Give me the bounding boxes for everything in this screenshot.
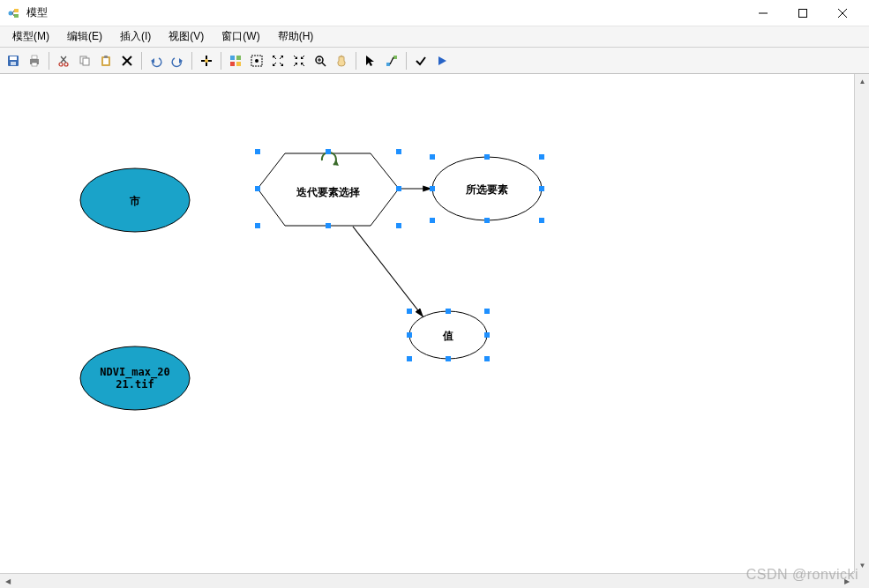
redo-button[interactable] (168, 51, 187, 71)
toolbar-separator (221, 52, 221, 70)
copy-button[interactable] (75, 51, 94, 71)
svg-rect-82 (484, 332, 490, 338)
node-selected-label: 所选要素 (465, 183, 508, 196)
maximize-button[interactable] (783, 0, 822, 26)
menu-insert[interactable]: 插入(I) (111, 26, 160, 47)
svg-rect-84 (446, 356, 451, 361)
svg-rect-81 (407, 332, 412, 338)
svg-rect-75 (430, 218, 435, 223)
svg-rect-11 (11, 62, 16, 65)
minimize-button[interactable] (743, 0, 783, 26)
svg-line-4 (12, 13, 14, 16)
svg-rect-2 (14, 14, 19, 18)
select-button[interactable] (361, 51, 380, 71)
svg-rect-22 (103, 58, 109, 64)
node-city-label: 市 (129, 195, 140, 207)
window-title: 模型 (26, 5, 743, 20)
svg-rect-63 (326, 149, 331, 154)
svg-rect-80 (484, 309, 490, 314)
titlebar: 模型 (0, 0, 869, 26)
vertical-scrollbar[interactable]: ▲ ▼ (854, 74, 869, 573)
svg-line-54 (322, 63, 326, 66)
svg-rect-14 (32, 63, 37, 66)
add-variable-button[interactable] (197, 51, 216, 71)
connector[interactable] (353, 227, 423, 317)
toolbar-separator (191, 52, 192, 70)
svg-rect-31 (230, 56, 235, 60)
svg-point-16 (64, 63, 68, 66)
cut-button[interactable] (54, 51, 73, 71)
svg-rect-85 (484, 356, 490, 361)
svg-rect-20 (83, 58, 89, 65)
svg-rect-72 (539, 154, 544, 160)
svg-rect-13 (32, 56, 37, 59)
svg-point-36 (255, 59, 258, 63)
connect-button[interactable] (382, 51, 401, 71)
auto-layout-button[interactable] (226, 51, 245, 71)
svg-rect-65 (255, 186, 260, 191)
scroll-up-arrow[interactable]: ▲ (855, 74, 869, 89)
svg-rect-33 (230, 62, 235, 66)
menu-help[interactable]: 帮助(H) (269, 26, 323, 47)
menu-model[interactable]: 模型(M) (4, 26, 58, 47)
svg-rect-69 (396, 223, 401, 228)
print-button[interactable] (25, 51, 44, 71)
svg-rect-23 (104, 56, 108, 58)
close-button[interactable] (822, 0, 862, 26)
svg-rect-64 (396, 149, 401, 154)
svg-line-60 (390, 57, 393, 64)
svg-rect-73 (430, 186, 435, 191)
toolbar-separator (406, 52, 407, 70)
svg-rect-67 (255, 223, 260, 228)
full-extent-button[interactable] (247, 51, 266, 71)
svg-rect-78 (407, 309, 412, 314)
run-button[interactable] (432, 51, 452, 71)
svg-rect-74 (539, 186, 544, 191)
svg-rect-66 (396, 186, 401, 191)
svg-rect-76 (484, 218, 490, 223)
toolbar-separator (49, 52, 49, 70)
horizontal-scrollbar[interactable]: ◀ ▶ (0, 573, 854, 588)
node-iterator-label: 迭代要素选择 (296, 186, 360, 198)
svg-point-15 (59, 63, 63, 66)
pan-button[interactable] (332, 51, 351, 71)
svg-rect-6 (798, 9, 806, 17)
svg-rect-58 (386, 63, 390, 66)
toolbar (0, 48, 869, 74)
paste-button[interactable] (96, 51, 116, 71)
svg-marker-57 (366, 56, 374, 66)
svg-rect-68 (326, 223, 331, 228)
undo-button[interactable] (146, 51, 166, 71)
toolbar-separator (356, 52, 356, 70)
zoom-in-fixed-button[interactable] (268, 51, 288, 71)
diagram-svg: 市 NDVI_max_20 21.tif 迭代要素选择 所选要素 (0, 74, 851, 573)
window-controls (743, 0, 862, 26)
watermark: CSDN @ronvicki (746, 567, 858, 583)
svg-point-0 (9, 11, 13, 15)
delete-button[interactable] (117, 51, 137, 71)
save-button[interactable] (4, 51, 23, 71)
validate-button[interactable] (411, 51, 431, 71)
scroll-left-arrow[interactable]: ◀ (0, 574, 15, 588)
menu-view[interactable]: 视图(V) (160, 26, 213, 47)
zoom-out-fixed-button[interactable] (289, 51, 309, 71)
menu-window[interactable]: 窗口(W) (213, 26, 268, 47)
svg-rect-34 (236, 62, 241, 66)
svg-rect-77 (539, 218, 544, 223)
zoom-button[interactable] (311, 51, 330, 71)
svg-rect-71 (484, 154, 490, 160)
svg-marker-61 (438, 56, 446, 65)
svg-rect-83 (407, 356, 412, 361)
app-icon (7, 6, 21, 20)
model-canvas[interactable]: 市 NDVI_max_20 21.tif 迭代要素选择 所选要素 (0, 74, 869, 588)
menubar: 模型(M) 编辑(E) 插入(I) 视图(V) 窗口(W) 帮助(H) (0, 26, 869, 48)
svg-line-3 (12, 11, 14, 13)
node-ndvi-label-1: NDVI_max_20 (100, 366, 169, 379)
svg-rect-1 (14, 9, 19, 12)
node-ndvi-label-2: 21.tif (116, 378, 154, 391)
node-value-label: 值 (442, 330, 453, 342)
svg-rect-10 (10, 56, 17, 60)
toolbar-separator (141, 52, 142, 70)
menu-edit[interactable]: 编辑(E) (58, 26, 111, 47)
svg-rect-32 (236, 56, 241, 60)
